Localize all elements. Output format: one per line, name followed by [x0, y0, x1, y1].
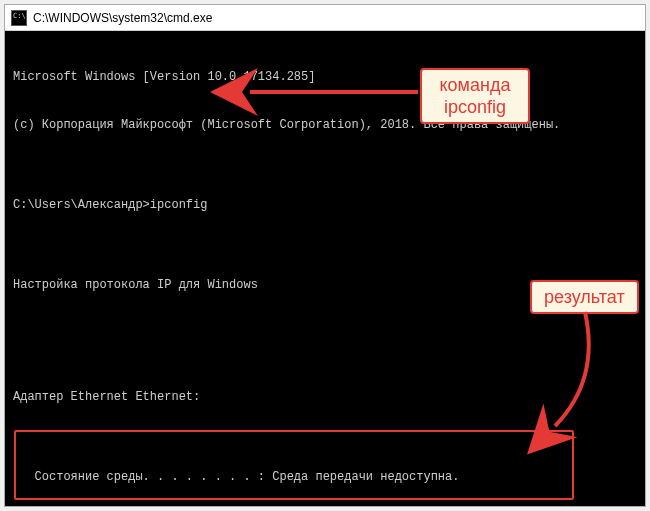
- cmd-window: C:\WINDOWS\system32\cmd.exe Microsoft Wi…: [4, 4, 646, 507]
- out-line: (c) Корпорация Майкрософт (Microsoft Cor…: [13, 117, 637, 133]
- prompt-line: C:\Users\Александр>ipconfig: [13, 197, 637, 213]
- titlebar[interactable]: C:\WINDOWS\system32\cmd.exe: [5, 5, 645, 31]
- window-title: C:\WINDOWS\system32\cmd.exe: [33, 11, 212, 25]
- cmd-icon: [11, 10, 27, 26]
- terminal-output[interactable]: Microsoft Windows [Version 10.0.17134.28…: [5, 31, 645, 506]
- out-line: Microsoft Windows [Version 10.0.17134.28…: [13, 69, 637, 85]
- adapter-header: Адаптер Ethernet Ethernet:: [13, 389, 637, 405]
- out-line: Настройка протокола IP для Windows: [13, 277, 637, 293]
- out-line: Состояние среды. . . . . . . . : Среда п…: [13, 469, 637, 485]
